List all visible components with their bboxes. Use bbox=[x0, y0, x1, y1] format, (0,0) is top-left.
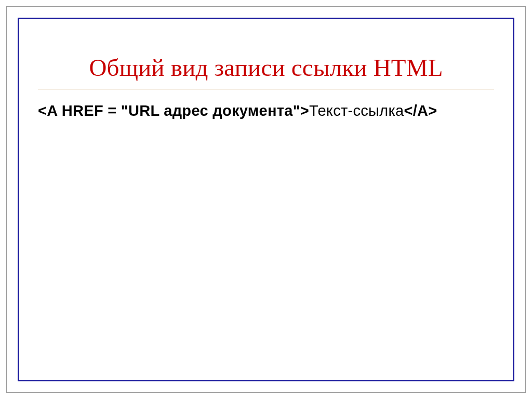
html-tag-close: </A> bbox=[404, 102, 437, 119]
title-underline bbox=[38, 89, 494, 89]
slide-body: <A HREF = "URL адрес документа">Текст-сс… bbox=[38, 101, 494, 121]
slide-title: Общий вид записи ссылки HTML bbox=[38, 54, 494, 82]
link-text-literal: Текст-ссылка bbox=[309, 102, 404, 119]
html-tag-open: <A HREF = "URL адрес документа"> bbox=[38, 102, 309, 119]
slide-outer-frame: Общий вид записи ссылки HTML <A HREF = "… bbox=[6, 6, 526, 393]
slide-inner-frame: Общий вид записи ссылки HTML <A HREF = "… bbox=[18, 18, 514, 381]
